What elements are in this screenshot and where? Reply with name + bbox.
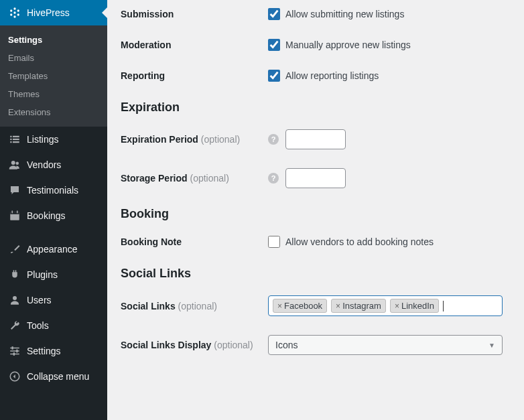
sidebar-item-label: Bookings	[27, 210, 66, 221]
brush-icon	[8, 242, 21, 256]
comment-icon	[8, 184, 21, 197]
tag-remove-icon[interactable]: ×	[395, 301, 399, 311]
svg-rect-24	[16, 350, 17, 353]
sidebar-subitems: Settings Emails Templates Themes Extensi…	[0, 25, 107, 127]
label-booking-note: Booking Note	[121, 236, 268, 247]
admin-sidebar: HivePress Settings Emails Templates Them…	[0, 0, 107, 420]
sidebar-item-listings[interactable]: Listings	[0, 127, 107, 152]
sidebar-collapse[interactable]: Collapse menu	[0, 364, 107, 389]
collapse-icon	[8, 370, 21, 383]
hivepress-icon	[8, 6, 21, 19]
tag-facebook[interactable]: ×Facebook	[273, 299, 327, 313]
select-social-display[interactable]: Icons ▼	[268, 335, 503, 355]
sidebar-item-plugins[interactable]: Plugins	[0, 262, 107, 287]
checkbox-label-submission: Allow submitting new listings	[285, 9, 404, 19]
sidebar-sub-settings[interactable]: Settings	[0, 31, 107, 49]
plug-icon	[8, 268, 21, 281]
label-expiration-period: Expiration Period (optional)	[121, 134, 268, 145]
content-area: Submission Allow submitting new listings…	[107, 0, 524, 420]
sidebar-item-tools[interactable]: Tools	[0, 313, 107, 338]
tag-instagram[interactable]: ×Instagram	[331, 299, 386, 313]
tag-linkedin[interactable]: ×LinkedIn	[390, 299, 439, 313]
label-social-display: Social Links Display (optional)	[121, 340, 268, 350]
row-social-links: Social Links (optional) ×Facebook ×Insta…	[121, 295, 511, 316]
input-expiration-period[interactable]	[285, 129, 346, 149]
svg-point-6	[13, 11, 15, 13]
sidebar-item-label: Vendors	[27, 159, 61, 170]
sidebar-item-settings[interactable]: Settings	[0, 338, 107, 364]
label-moderation: Moderation	[121, 40, 268, 50]
row-reporting: Reporting Allow reporting listings	[121, 70, 511, 82]
checkbox-reporting[interactable]	[268, 70, 280, 82]
svg-point-4	[10, 13, 12, 15]
sliders-icon	[8, 344, 21, 358]
label-reporting: Reporting	[121, 70, 268, 81]
sidebar-item-label: Plugins	[27, 269, 58, 280]
svg-point-3	[13, 15, 15, 17]
svg-rect-12	[13, 141, 19, 143]
sidebar-item-vendors[interactable]: Vendors	[0, 152, 107, 178]
input-storage-period[interactable]	[285, 168, 346, 188]
sidebar-item-label: Tools	[27, 320, 49, 331]
svg-rect-20	[10, 348, 19, 349]
svg-rect-9	[10, 139, 11, 140]
svg-point-1	[17, 9, 19, 11]
sidebar-item-testimonials[interactable]: Testimonials	[0, 178, 107, 203]
svg-point-2	[17, 13, 19, 15]
sidebar-item-users[interactable]: Users	[0, 287, 107, 313]
svg-rect-17	[12, 211, 13, 214]
sidebar-hivepress[interactable]: HivePress	[0, 0, 107, 25]
select-value: Icons	[275, 340, 298, 350]
wrench-icon	[8, 319, 21, 332]
sidebar-sub-emails[interactable]: Emails	[0, 49, 107, 67]
help-icon[interactable]: ?	[268, 134, 279, 145]
section-expiration: Expiration	[121, 100, 511, 115]
sidebar-item-label: Listings	[27, 134, 58, 145]
sidebar-sub-themes[interactable]: Themes	[0, 85, 107, 103]
svg-point-0	[13, 7, 15, 9]
tag-remove-icon[interactable]: ×	[277, 301, 282, 311]
sidebar-item-label: Users	[27, 295, 52, 305]
help-icon[interactable]: ?	[268, 173, 279, 184]
svg-rect-16	[10, 212, 19, 214]
checkbox-label-booking-note: Allow vendors to add booking notes	[285, 236, 434, 247]
sidebar-item-label: Appearance	[27, 244, 78, 255]
checkbox-booking-note[interactable]	[268, 236, 280, 248]
label-submission: Submission	[121, 9, 268, 19]
label-storage-period: Storage Period (optional)	[121, 173, 268, 184]
hivepress-label: HivePress	[27, 7, 70, 18]
row-submission: Submission Allow submitting new listings	[121, 8, 511, 20]
chevron-down-icon: ▼	[488, 342, 495, 349]
checkbox-submission[interactable]	[268, 8, 280, 20]
svg-rect-21	[10, 350, 19, 352]
checkbox-label-reporting: Allow reporting listings	[285, 70, 379, 81]
row-expiration-period: Expiration Period (optional) ?	[121, 129, 511, 149]
svg-point-13	[11, 161, 15, 165]
person-icon	[8, 293, 21, 307]
section-booking: Booking	[121, 207, 511, 221]
svg-rect-23	[12, 346, 13, 350]
sidebar-item-bookings[interactable]: Bookings	[0, 203, 107, 228]
svg-rect-25	[13, 352, 15, 356]
svg-rect-7	[10, 136, 11, 137]
sidebar-item-appearance[interactable]: Appearance	[0, 236, 107, 262]
svg-point-14	[16, 162, 19, 165]
checkbox-label-moderation: Manually approve new listings	[285, 40, 411, 50]
svg-rect-11	[10, 141, 11, 143]
tag-remove-icon[interactable]: ×	[336, 301, 340, 311]
sidebar-sub-extensions[interactable]: Extensions	[0, 103, 107, 121]
checkbox-moderation[interactable]	[268, 39, 280, 51]
tags-input-social[interactable]: ×Facebook ×Instagram ×LinkedIn	[268, 295, 503, 316]
label-social-links: Social Links (optional)	[121, 301, 268, 311]
section-social: Social Links	[121, 267, 511, 281]
collapse-label: Collapse menu	[27, 371, 89, 382]
row-booking-note: Booking Note Allow vendors to add bookin…	[121, 236, 511, 248]
user-icon	[8, 158, 21, 171]
sidebar-sub-templates[interactable]: Templates	[0, 67, 107, 85]
svg-rect-8	[13, 136, 19, 137]
calendar-icon	[8, 209, 21, 222]
svg-rect-18	[17, 211, 18, 214]
text-cursor	[443, 301, 444, 311]
svg-point-5	[10, 9, 12, 11]
row-moderation: Moderation Manually approve new listings	[121, 39, 511, 51]
